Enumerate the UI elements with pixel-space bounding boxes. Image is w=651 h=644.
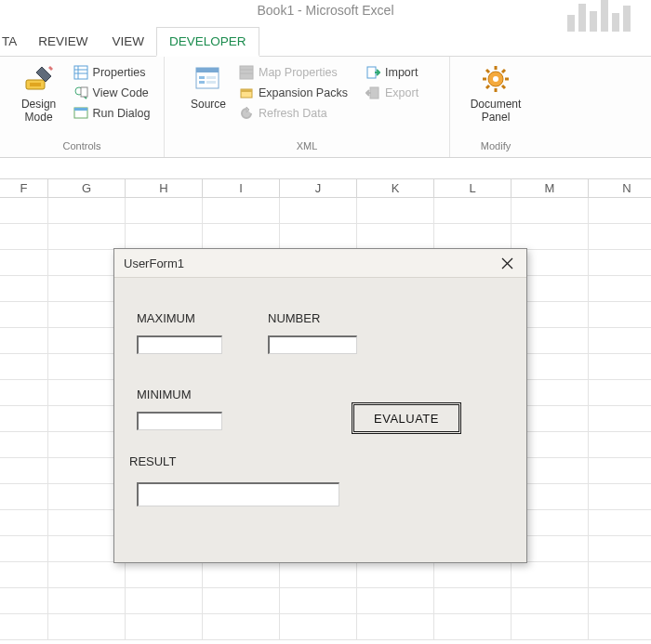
input-minimum[interactable] <box>137 412 222 430</box>
cell[interactable] <box>0 432 48 458</box>
cell[interactable] <box>589 354 651 380</box>
cell[interactable] <box>0 614 48 640</box>
column-header[interactable]: H <box>126 178 203 197</box>
properties-button[interactable]: Properties <box>72 64 153 81</box>
cell[interactable] <box>48 562 126 588</box>
cell[interactable] <box>434 562 512 588</box>
cell[interactable] <box>126 224 203 250</box>
cell[interactable] <box>280 562 357 588</box>
cell[interactable] <box>589 458 651 484</box>
cell[interactable] <box>434 614 512 640</box>
cell[interactable] <box>589 588 651 614</box>
column-header[interactable]: L <box>434 178 512 197</box>
cell[interactable] <box>589 276 651 302</box>
cell[interactable] <box>48 224 126 250</box>
cell[interactable] <box>357 198 434 224</box>
cell[interactable] <box>203 588 280 614</box>
cell[interactable] <box>589 562 651 588</box>
cell[interactable] <box>357 224 434 250</box>
evaluate-button[interactable]: EVALUATE <box>352 402 461 434</box>
cell[interactable] <box>0 588 48 614</box>
cell[interactable] <box>48 588 126 614</box>
expansion-packs-button[interactable]: Expansion Packs <box>237 85 358 101</box>
cell[interactable] <box>0 198 48 224</box>
cell[interactable] <box>589 302 651 328</box>
cell[interactable] <box>589 614 651 640</box>
cell[interactable] <box>280 588 357 614</box>
cell[interactable] <box>0 302 48 328</box>
cell[interactable] <box>589 406 651 432</box>
cell[interactable] <box>0 406 48 432</box>
cell[interactable] <box>357 588 434 614</box>
cell[interactable] <box>434 224 512 250</box>
close-icon[interactable] <box>497 253 517 273</box>
column-header[interactable]: I <box>203 178 280 197</box>
cell[interactable] <box>512 588 589 614</box>
userform-titlebar[interactable]: UserForm1 <box>114 249 526 278</box>
cell[interactable] <box>48 614 126 640</box>
cell[interactable] <box>589 250 651 276</box>
cell[interactable] <box>126 614 203 640</box>
cell[interactable] <box>589 380 651 406</box>
cell[interactable] <box>357 562 434 588</box>
cell[interactable] <box>203 198 280 224</box>
input-number[interactable] <box>268 335 357 354</box>
tab-review[interactable]: REVIEW <box>26 28 100 55</box>
cell[interactable] <box>280 198 357 224</box>
view-code-button[interactable]: View Code <box>72 85 153 101</box>
cell[interactable] <box>589 510 651 536</box>
column-header[interactable]: F <box>0 178 48 197</box>
cell[interactable] <box>512 224 589 250</box>
cell[interactable] <box>589 198 651 224</box>
refresh-data-button[interactable]: Refresh Data <box>237 105 358 122</box>
cell[interactable] <box>0 380 48 406</box>
cell[interactable] <box>203 224 280 250</box>
design-mode-button[interactable]: Design Mode <box>12 60 66 124</box>
cell[interactable] <box>357 614 434 640</box>
export-button[interactable]: Export <box>364 85 429 101</box>
import-button[interactable]: Import <box>364 64 429 81</box>
tab-developer[interactable]: DEVELOPER <box>156 27 259 57</box>
column-header[interactable]: K <box>357 178 434 197</box>
tab-data-partial[interactable]: TA <box>0 28 26 55</box>
input-maximum[interactable] <box>137 335 222 354</box>
cell[interactable] <box>589 484 651 510</box>
cell[interactable] <box>0 354 48 380</box>
cell[interactable] <box>126 588 203 614</box>
cell[interactable] <box>0 510 48 536</box>
cell[interactable] <box>512 198 589 224</box>
cell[interactable] <box>0 328 48 354</box>
cell[interactable] <box>589 224 651 250</box>
cell[interactable] <box>280 614 357 640</box>
cell[interactable] <box>48 198 126 224</box>
cell[interactable] <box>0 250 48 276</box>
cell[interactable] <box>280 224 357 250</box>
cell[interactable] <box>126 562 203 588</box>
cell[interactable] <box>126 198 203 224</box>
cell[interactable] <box>512 614 589 640</box>
cell[interactable] <box>0 484 48 510</box>
source-button[interactable]: Source <box>185 60 232 111</box>
column-header[interactable]: M <box>512 178 589 197</box>
cell[interactable] <box>589 328 651 354</box>
input-result[interactable] <box>137 482 339 506</box>
cell[interactable] <box>0 562 48 588</box>
cell[interactable] <box>589 536 651 562</box>
column-header[interactable]: G <box>48 178 126 197</box>
cell[interactable] <box>203 614 280 640</box>
column-header[interactable]: J <box>280 178 357 197</box>
map-properties-button[interactable]: Map Properties <box>237 64 358 81</box>
run-dialog-button[interactable]: Run Dialog <box>72 105 153 122</box>
cell[interactable] <box>203 562 280 588</box>
cell[interactable] <box>434 588 512 614</box>
tab-view[interactable]: VIEW <box>100 28 157 55</box>
cell[interactable] <box>0 536 48 562</box>
cell[interactable] <box>0 276 48 302</box>
cell[interactable] <box>0 458 48 484</box>
cell[interactable] <box>434 198 512 224</box>
cell[interactable] <box>0 224 48 250</box>
cell[interactable] <box>589 432 651 458</box>
document-panel-button[interactable]: Document Panel <box>462 60 529 124</box>
column-header[interactable]: N <box>589 178 651 197</box>
cell[interactable] <box>512 562 589 588</box>
